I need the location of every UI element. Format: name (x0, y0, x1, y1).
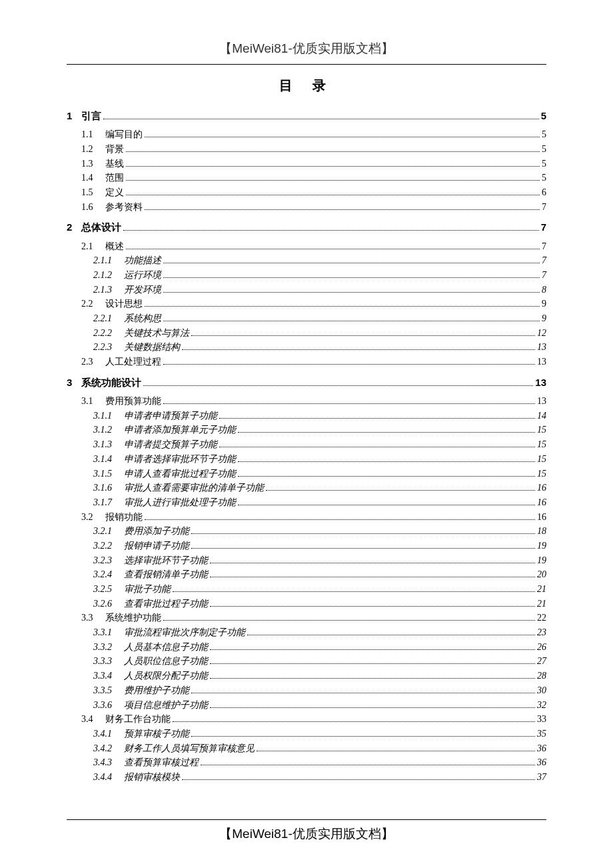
toc-entry: 1.1编写目的5 (67, 127, 546, 142)
toc-entry-title: 系统维护功能 (105, 611, 161, 625)
toc-entry-title: 财务工作台功能 (105, 712, 171, 727)
toc-entry-title: 审批子功能 (124, 582, 171, 597)
toc-entry-title: 人员职位信息子功能 (124, 654, 208, 669)
toc-entry: 3.1.1申请者申请预算子功能14 (67, 409, 546, 423)
toc-entry: 3.1.6审批人查看需要审批的清单子功能16 (67, 481, 546, 495)
toc-leader-dots (210, 663, 535, 664)
toc-entry-number: 1.5 (81, 185, 93, 200)
toc-entry-page: 15 (537, 467, 546, 481)
toc-entry-title: 背景 (105, 142, 124, 157)
toc-entry: 3.2.1费用添加子功能18 (67, 524, 546, 539)
toc-entry-page: 13 (535, 375, 546, 390)
toc-entry-number: 2.1.3 (93, 283, 112, 297)
toc-leader-dots (103, 119, 538, 119)
toc-entry-page: 33 (537, 712, 546, 727)
toc-leader-dots (163, 403, 536, 404)
toc-entry: 3.1.4申请者选择审批环节子功能15 (67, 452, 546, 467)
toc-entry: 2.3人工处理过程13 (67, 355, 546, 369)
toc-entry-number: 3.4 (81, 712, 93, 727)
toc-entry-title: 审批人查看需要审批的清单子功能 (124, 481, 264, 495)
toc-entry-page: 26 (537, 640, 546, 655)
toc-entry-title: 运行环境 (124, 268, 161, 283)
toc-entry-page: 20 (537, 567, 546, 582)
toc-entry-number: 3.1.2 (93, 423, 112, 437)
toc-entry-number: 3.2.5 (93, 582, 112, 597)
toc-entry-number: 2 (67, 219, 72, 235)
toc-entry-number: 3.3.5 (93, 683, 112, 698)
toc-entry: 3.4.3查看预算审核过程36 (67, 755, 546, 770)
toc-entry-page: 16 (537, 481, 546, 495)
toc-entry-number: 3.2.2 (93, 539, 112, 553)
toc-entry-title: 报销审核模块 (124, 770, 180, 785)
toc-entry-title: 系统功能设计 (81, 375, 141, 390)
toc-entry: 3.4.4报销审核模块37 (67, 770, 546, 785)
toc-leader-dots (143, 385, 533, 386)
toc-entry-number: 3 (67, 375, 72, 390)
toc-entry-page: 15 (537, 452, 546, 467)
toc-leader-dots (163, 321, 540, 321)
toc-entry: 3.2.3选择审批环节子功能19 (67, 553, 546, 568)
toc-entry-title: 报销申请子功能 (124, 539, 189, 553)
toc-leader-dots (210, 707, 535, 708)
toc-entry-title: 申请者提交预算子功能 (124, 437, 217, 452)
toc-entry-title: 定义 (105, 185, 124, 200)
toc-entry: 3.3.6项目信息维护子功能32 (67, 698, 546, 713)
toc-entry-title: 人员权限分配子功能 (124, 669, 208, 683)
toc-leader-dots (126, 151, 540, 152)
toc-entry-page: 36 (537, 741, 546, 756)
toc-entry: 2.2.3关键数据结构13 (67, 340, 546, 355)
toc-leader-dots (163, 620, 536, 621)
toc-entry: 3.3.1审批流程审批次序制定子功能23 (67, 625, 546, 640)
toc-entry-number: 1.3 (81, 157, 93, 171)
toc-entry-number: 2.2 (81, 297, 93, 311)
toc-entry-title: 开发环境 (124, 283, 161, 297)
toc-entry: 3.1费用预算功能13 (67, 394, 546, 409)
toc-entry: 3.2报销功能16 (67, 510, 546, 525)
toc-entry-number: 3.3.1 (93, 625, 112, 640)
toc-entry-title: 选择审批环节子功能 (124, 553, 208, 568)
toc-entry-page: 32 (537, 698, 546, 713)
toc-leader-dots (126, 195, 540, 195)
toc-leader-dots (145, 209, 540, 210)
toc-entry-page: 19 (537, 539, 546, 553)
toc-entry-number: 1.1 (81, 127, 93, 142)
toc-entry-page: 8 (542, 283, 546, 297)
toc-entry-number: 3.2.4 (93, 567, 112, 582)
toc-leader-dots (191, 533, 535, 534)
toc-entry-number: 3.3.3 (93, 654, 112, 669)
toc-leader-dots (126, 166, 540, 167)
toc-entry-title: 人工处理过程 (105, 355, 161, 369)
toc-entry-page: 5 (542, 157, 546, 171)
toc-entry-page: 36 (537, 755, 546, 770)
toc-entry-title: 编写目的 (105, 127, 143, 142)
toc-heading: 目 录 (67, 77, 546, 95)
toc-leader-dots (163, 292, 540, 293)
toc-entry-title: 参考资料 (105, 200, 143, 215)
toc-entry-page: 7 (542, 200, 546, 215)
toc-leader-dots (126, 249, 540, 249)
toc-entry: 2.1.1功能描述7 (67, 253, 546, 268)
toc-leader-dots (210, 649, 535, 650)
toc-entry-page: 30 (537, 683, 546, 698)
toc-leader-dots (145, 519, 536, 520)
toc-entry-page: 37 (537, 770, 546, 785)
toc-entry-number: 3.4.1 (93, 727, 112, 741)
toc-entry: 2总体设计7 (67, 219, 546, 235)
toc-leader-dots (173, 721, 536, 722)
toc-entry-title: 申请者选择审批环节子功能 (124, 452, 236, 467)
toc-entry-page: 18 (537, 524, 546, 539)
toc-leader-dots (210, 678, 535, 679)
toc-entry-title: 引言 (81, 108, 101, 123)
toc-leader-dots (219, 447, 535, 447)
toc-entry-page: 15 (537, 423, 546, 437)
toc-entry-title: 系统构思 (124, 311, 161, 326)
toc-entry-page: 23 (537, 625, 546, 640)
toc-entry-page: 13 (537, 394, 546, 409)
toc-entry: 3.3.4人员权限分配子功能28 (67, 669, 546, 683)
toc-entry: 2.2设计思想9 (67, 297, 546, 311)
toc-entry-title: 基线 (105, 157, 124, 171)
toc-leader-dots (145, 306, 540, 307)
toc-entry-title: 审批人进行审批处理子功能 (124, 495, 236, 510)
toc-entry-title: 申请者申请预算子功能 (124, 409, 217, 423)
toc-leader-dots (163, 277, 540, 278)
